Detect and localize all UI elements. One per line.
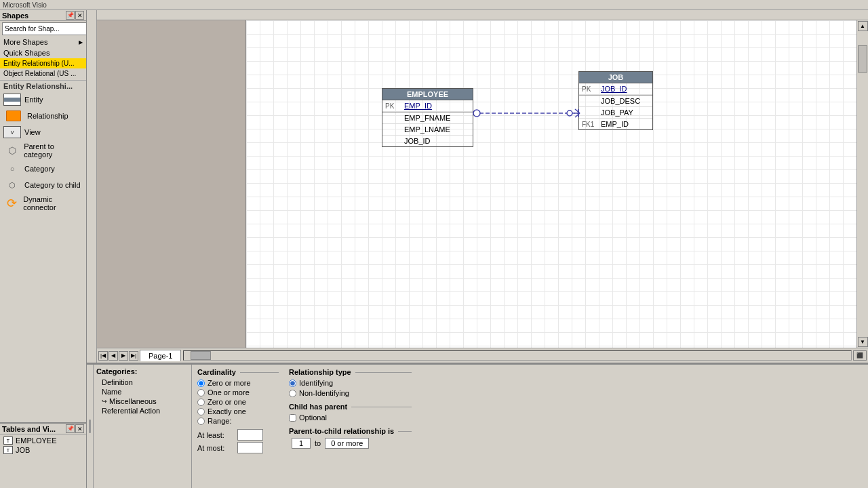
job-pay-row: JOB_PAY (579, 107, 652, 119)
tab-prev-btn[interactable]: ◀ (108, 351, 118, 361)
relationship-label: Relationship (27, 112, 68, 120)
child-has-parent-title: Child has parent (289, 403, 347, 411)
shapes-panel-pin-btn[interactable]: 📌 (66, 11, 75, 20)
parent-child-title: Parent-to-child relationship is (289, 427, 394, 435)
h-scroll-thumb[interactable] (191, 351, 211, 360)
job-entity-header: JOB (578, 71, 653, 83)
dynamic-connector-label: Dynamic connector (23, 195, 83, 211)
fit-page-btn[interactable]: ⬛ (853, 350, 867, 361)
relationship-identifying[interactable]: Identifying (289, 379, 412, 387)
shapes-panel-title: Shapes (2, 12, 28, 20)
cardinality-range[interactable]: Range: (197, 417, 279, 425)
category-definition[interactable]: Definition (100, 378, 189, 387)
entity-label: Entity (24, 96, 43, 104)
employee-pk-row: PK EMP_ID (382, 100, 473, 112)
more-shapes-item[interactable]: More Shapes ▶ (0, 37, 86, 47)
category-icon: ○ (3, 163, 21, 175)
emp-fname-row: EMP_FNAME (382, 113, 473, 124)
er-connector (246, 20, 856, 348)
entity-shape-item[interactable]: Entity (0, 92, 86, 108)
emp-lname-row: EMP_LNAME (382, 124, 473, 136)
entity-relationship-section-label: Entity Relationshi... (0, 80, 86, 92)
category-label: Category (24, 165, 55, 173)
cardinality-one-or-more[interactable]: One or more (197, 388, 279, 396)
diagram-canvas[interactable]: EMPLOYEE PK EMP_ID EMP_FNAME EMP_LNAME (246, 20, 856, 348)
parent-category-label: Parent to category (24, 142, 83, 159)
entity-relationship-item[interactable]: Entity Relationship (U... (0, 58, 86, 68)
parent-category-item[interactable]: ⬡ Parent to category (0, 140, 86, 161)
category-child-label: Category to child (24, 181, 81, 189)
category-miscellaneous[interactable]: ↪ Miscellaneous (100, 396, 189, 406)
job-id-row: JOB_ID (382, 136, 473, 146)
child-optional-checkbox[interactable]: Optional (289, 413, 412, 422)
at-most-label: At most: (197, 444, 235, 452)
categories-title: Categories: (96, 367, 189, 375)
at-least-input[interactable] (237, 429, 263, 441)
category-item[interactable]: ○ Category (0, 161, 86, 177)
vertical-scrollbar[interactable]: ▲ ▼ (856, 20, 868, 348)
employee-table-item[interactable]: T EMPLOYEE (1, 436, 85, 445)
parent-category-icon: ⬡ (3, 144, 20, 157)
shapes-panel-close-btn[interactable]: ✕ (75, 11, 84, 20)
app-title: Microsoft Visio (3, 1, 47, 9)
search-input[interactable] (2, 22, 86, 35)
employee-entity[interactable]: EMPLOYEE PK EMP_ID EMP_FNAME EMP_LNAME (382, 88, 473, 147)
employee-entity-header: EMPLOYEE (382, 88, 473, 100)
job-desc-row: JOB_DESC (579, 96, 652, 107)
job-table-icon: T (3, 446, 13, 454)
employee-table-icon: T (3, 436, 13, 445)
entity-icon (3, 94, 21, 106)
view-icon: V (3, 126, 21, 138)
relationship-non-identifying[interactable]: Non-Identifying (289, 389, 412, 397)
scroll-up-btn[interactable]: ▲ (858, 21, 868, 31)
horizontal-ruler (97, 10, 868, 20)
parent-child-display: 1 to 0 or more (289, 438, 412, 449)
relationship-icon (3, 110, 24, 122)
view-shape-item[interactable]: V View (0, 124, 86, 140)
relationship-shape-item[interactable]: Relationship (0, 108, 86, 124)
job-entity[interactable]: JOB PK JOB_ID JOB_DESC (578, 71, 653, 130)
category-name[interactable]: Name (100, 387, 189, 396)
cardinality-exactly-one[interactable]: Exactly one (197, 407, 279, 415)
tab-last-btn[interactable]: ▶| (129, 351, 138, 361)
category-referential-action[interactable]: Referential Action (100, 406, 189, 415)
job-emp-id-row: FK1 EMP_ID (579, 119, 652, 129)
quick-shapes-item[interactable]: Quick Shapes (0, 47, 86, 58)
svg-point-3 (567, 110, 572, 116)
view-label: View (24, 128, 41, 136)
category-child-item[interactable]: ⬡ Category to child (0, 177, 86, 193)
tables-panel-title: Tables and Vi... (2, 425, 56, 433)
panel-resize-handle[interactable] (87, 365, 94, 488)
vertical-ruler (87, 10, 96, 363)
relationship-type-title: Relationship type (289, 368, 351, 376)
cardinality-zero-or-one[interactable]: Zero or one (197, 398, 279, 406)
tables-panel-pin-btn[interactable]: 📌 (66, 424, 75, 433)
tab-next-btn[interactable]: ▶ (119, 351, 128, 361)
object-relational-item[interactable]: Object Relational (US ... (0, 68, 86, 79)
scroll-down-btn[interactable]: ▼ (858, 337, 868, 347)
category-child-icon: ⬡ (3, 179, 21, 191)
dynamic-connector-item[interactable]: ⟳ Dynamic connector (0, 193, 86, 214)
v-scroll-thumb[interactable] (858, 45, 867, 73)
page-preview-area (97, 20, 246, 348)
dynamic-connector-icon: ⟳ (3, 197, 20, 209)
cardinality-zero-or-more[interactable]: Zero or more (197, 379, 279, 387)
job-pk-row: PK JOB_ID (579, 83, 652, 95)
svg-point-1 (473, 110, 480, 117)
page-tab-1[interactable]: Page-1 (140, 350, 181, 361)
tab-first-btn[interactable]: |◀ (98, 351, 108, 361)
cardinality-title: Cardinality (197, 368, 236, 376)
at-least-label: At least: (197, 431, 235, 439)
at-most-input[interactable] (237, 442, 263, 453)
tables-panel-close-btn[interactable]: ✕ (75, 424, 84, 433)
job-table-item[interactable]: T JOB (1, 445, 85, 455)
